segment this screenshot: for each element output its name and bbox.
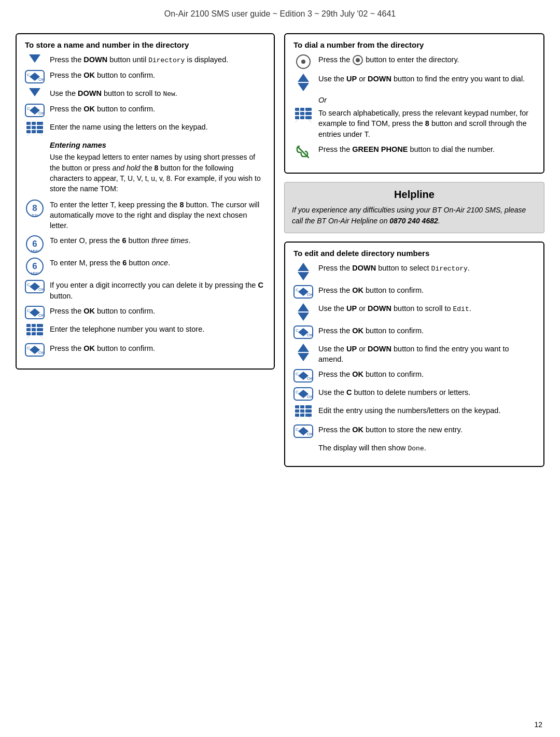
svg-text:C: C (296, 328, 299, 333)
ok-button-icon: C OK (25, 306, 45, 319)
ok-button-icon: C OK (25, 280, 45, 293)
svg-text:OK: OK (38, 313, 45, 318)
svg-point-48 (356, 58, 360, 62)
svg-rect-11 (32, 122, 36, 125)
list-item: C OK Press the OK button to confirm. (25, 306, 265, 319)
entering-names-body: Use the keypad letters to enter names by… (50, 152, 265, 194)
svg-text:OK: OK (38, 111, 45, 116)
svg-marker-78 (298, 390, 303, 398)
svg-rect-38 (32, 332, 36, 335)
svg-text:OK: OK (38, 287, 45, 292)
edit-title: To edit and delete directory numbers (293, 249, 535, 258)
list-item: 8TUV To enter the letter T, keep pressin… (25, 200, 265, 231)
list-item: 6MNO To enter M, press the 6 button once… (25, 258, 265, 275)
ok-button-icon: C OK (293, 387, 313, 401)
svg-text:OK: OK (307, 376, 313, 381)
or-label: Or (318, 96, 535, 104)
dial-title: To dial a number from the directory (293, 40, 535, 49)
list-item: Press the button to enter the directory. (293, 54, 535, 69)
step-text: Enter the name using the letters on the … (50, 122, 265, 132)
step-text: Use the UP or DOWN button to find the en… (318, 74, 535, 84)
list-item: Press the GREEN PHONE button to dial the… (293, 144, 535, 161)
step-text: To enter M, press the 6 button once. (50, 258, 265, 268)
step-text: To enter the letter T, keep pressing the… (50, 200, 265, 231)
svg-marker-94 (298, 427, 303, 435)
svg-text:C: C (27, 282, 30, 287)
step-text: Press the OK button to store the new ent… (318, 424, 535, 435)
list-item: Enter the telephone number you want to s… (25, 324, 265, 338)
list-item: C OK Use the C button to delete numbers … (293, 387, 535, 401)
right-column: To dial a number from the directory Pres… (275, 33, 544, 475)
ok-button-icon: C OK (293, 285, 313, 299)
phone-icon (293, 144, 313, 161)
svg-text:OK: OK (307, 394, 313, 399)
step-text: Press the DOWN button to select Director… (318, 263, 535, 274)
svg-rect-83 (295, 409, 299, 413)
up-down-arrows-icon (293, 74, 313, 91)
list-item: C OK Press the OK button to confirm. (25, 70, 265, 83)
dot-button-icon (293, 54, 313, 69)
step-text: Press the OK button to confirm. (50, 306, 265, 316)
svg-rect-87 (300, 414, 304, 417)
svg-rect-81 (300, 405, 304, 408)
keypad-icon (25, 122, 45, 136)
page-header: On-Air 2100 SMS user guide ~ Edition 3 ~… (0, 0, 560, 24)
step-text: Use the C button to delete numbers or le… (318, 387, 535, 398)
svg-rect-50 (300, 108, 304, 111)
entering-names-block: Entering names Use the keypad letters to… (50, 141, 265, 194)
svg-marker-68 (298, 328, 303, 336)
list-item: C OK Press the OK button to confirm. (293, 285, 535, 299)
helpline-body: If you experience any difficulties using… (292, 205, 537, 226)
helpline-title: Helpline (292, 189, 537, 201)
step-text: To search alphabetically, press the rele… (318, 108, 535, 139)
step-text: Press the OK button to confirm. (318, 285, 535, 295)
svg-text:OK: OK (307, 432, 313, 436)
keypad-icon (293, 405, 313, 420)
step-text: Press the OK button to confirm. (50, 343, 265, 353)
keypad-icon (293, 108, 313, 122)
svg-text:C: C (27, 308, 30, 313)
svg-marker-3 (30, 73, 35, 81)
step-text: The display will then show Done. (318, 443, 535, 453)
step-text: Use the UP or DOWN button to find the en… (318, 344, 535, 365)
up-down-arrows-icon (293, 263, 313, 280)
dial-section: To dial a number from the directory Pres… (284, 33, 544, 174)
svg-rect-16 (26, 130, 31, 133)
list-item: Press the DOWN button until Directory is… (25, 54, 265, 65)
list-item: To search alphabetically, press the rele… (293, 108, 535, 139)
svg-text:OK: OK (38, 77, 45, 82)
step-text: Edit the entry using the numbers/letters… (318, 405, 535, 416)
step-text: Press the DOWN button until Directory is… (50, 54, 265, 65)
number-6-icon-2: 6MNO (25, 258, 45, 275)
step-text: Use the UP or DOWN button to scroll to E… (318, 303, 535, 314)
left-column: To store a name and number in the direct… (16, 33, 275, 475)
step-text: Press the OK button to confirm. (50, 104, 265, 114)
svg-marker-8 (30, 106, 35, 115)
svg-rect-55 (295, 116, 299, 119)
svg-text:C: C (296, 390, 299, 394)
entering-names-subtitle: Entering names (50, 141, 265, 149)
ok-button-icon: C OK (293, 424, 313, 438)
number-8-icon: 8TUV (25, 200, 45, 217)
list-item: C OK Press the OK button to store the ne… (293, 424, 535, 438)
list-item: C OK If you enter a digit incorrectly yo… (25, 280, 265, 301)
list-item: 6MNO To enter O, press the 6 button thre… (25, 235, 265, 253)
svg-text:OK: OK (38, 350, 45, 355)
svg-marker-45 (30, 346, 35, 354)
list-item: Press the DOWN button to select Director… (293, 263, 535, 280)
keypad-icon (25, 324, 45, 338)
step-text: If you enter a digit incorrectly you can… (50, 280, 265, 301)
svg-text:C: C (296, 427, 299, 432)
list-item: Use the UP or DOWN button to scroll to E… (293, 303, 535, 321)
helpline-section: Helpline If you experience any difficult… (284, 182, 544, 233)
step-text: Press the GREEN PHONE button to dial the… (318, 144, 535, 154)
down-arrow-icon (25, 88, 45, 96)
step-text: Press the OK button to confirm. (318, 369, 535, 379)
svg-rect-13 (26, 126, 31, 129)
ok-button-icon: C OK (25, 343, 45, 357)
list-item: Edit the entry using the numbers/letters… (293, 405, 535, 420)
store-section: To store a name and number in the direct… (16, 33, 275, 370)
list-item: C OK Press the OK button to confirm. (25, 104, 265, 117)
svg-rect-17 (32, 130, 36, 133)
list-item: C OK Press the OK button to confirm. (25, 343, 265, 357)
